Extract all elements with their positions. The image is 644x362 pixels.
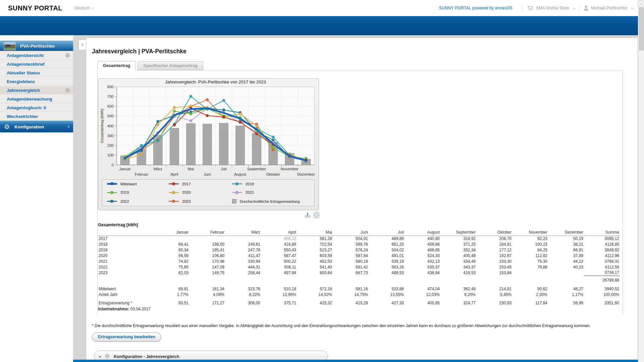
- sidebar-item-label: Energiebilanz: [7, 79, 35, 84]
- svg-text:Dezember: Dezember: [297, 172, 315, 176]
- bar-juli: [219, 123, 228, 165]
- column-header: Juni: [333, 229, 369, 236]
- column-header: März: [225, 229, 261, 236]
- table-cell: 432,13: [405, 258, 440, 264]
- tab-spezifischer-anlagenertrag[interactable]: Spezifischer Anlagenertrag: [138, 61, 203, 70]
- sidebar-item-anlagensteckbrief[interactable]: Anlagensteckbrief: [0, 60, 73, 68]
- gear-icon: ⚙: [4, 124, 10, 130]
- chevron-right-icon: [67, 125, 69, 128]
- table-title: Gesamtertrag [kWh]: [98, 223, 623, 227]
- sidebar-item-konfiguration[interactable]: ⚙ Konfiguration: [0, 121, 73, 132]
- plant-thumbnail: [4, 42, 16, 50]
- table-cell: 192,67: [476, 253, 512, 258]
- table-cell: 3734,17: [584, 270, 620, 276]
- powered-by-link[interactable]: SUNNY PORTAL powered by ennexOS: [439, 6, 513, 10]
- scroll-up-arrow[interactable]: ▲: [639, 1, 644, 6]
- table-cell: 504,02: [369, 247, 405, 253]
- table-cell: 170,98: [189, 258, 225, 264]
- table-cell: 195,41: [189, 247, 225, 253]
- legend-item-mittelwert: Mittelwert: [107, 182, 169, 186]
- column-header: April: [261, 229, 297, 236]
- table-cell: 411,47: [225, 253, 261, 258]
- svg-text:Gesamtertrag [kWh]: Gesamtertrag [kWh]: [100, 109, 104, 143]
- table-cell: 587,47: [261, 253, 297, 258]
- table-cell: 92,23: [512, 236, 548, 241]
- table-cell: 2017: [98, 236, 153, 241]
- export-chart-icon[interactable]: [304, 212, 311, 218]
- language-selector[interactable]: Deutsch: [74, 6, 94, 10]
- table-cell: 444,31: [225, 264, 261, 270]
- sidebar-item-anlagenübersicht[interactable]: Anlagenübersicht: [0, 51, 73, 60]
- sidebar-item-energiebilanz[interactable]: Energiebilanz: [0, 77, 73, 86]
- svg-text:600: 600: [107, 104, 114, 108]
- svg-text:November: November: [281, 167, 299, 171]
- main-panel: Jahresvergleich | PVA-Perlitschke Gesamt…: [86, 38, 638, 362]
- sidebar-item-wechselrichter[interactable]: Wechselrichter: [0, 112, 73, 121]
- legend-item-2019: 2019: [107, 190, 169, 194]
- table-cell: 400,48: [440, 253, 476, 258]
- table-cell: 581,42: [333, 264, 369, 270]
- scrollbar-thumb[interactable]: [639, 7, 644, 50]
- column-header: [98, 229, 153, 236]
- table-cell: 576,24: [333, 247, 369, 253]
- svg-text:September: September: [247, 167, 266, 171]
- column-header: Oktober: [476, 229, 512, 236]
- table-cell: 497,94: [261, 270, 297, 276]
- table-cell: 233,30: [476, 258, 512, 264]
- sidebar-item-label: Anlagenübersicht: [7, 53, 44, 58]
- table-cell: 8,22%: [225, 292, 261, 297]
- bar-juni: [203, 124, 212, 165]
- table-cell: [548, 276, 584, 283]
- sidebar-plant-header[interactable]: PVA-Perlitschke: [0, 41, 73, 51]
- globe-icon: [65, 88, 70, 93]
- table-cell: [261, 276, 297, 283]
- svg-text:700: 700: [107, 95, 114, 99]
- table-cell: [153, 236, 189, 241]
- table-cell: 12,03%: [405, 292, 440, 297]
- table-cell: 459,86: [405, 241, 440, 247]
- sidebar-item-aktueller-status[interactable]: Aktueller Status: [0, 68, 73, 77]
- sidebar-item-label: Anlagensteckbrief: [7, 62, 45, 67]
- sidebar-item-anlagenlogbuch-0[interactable]: Anlagenlogbuch: 0: [0, 103, 73, 112]
- table-cell: [297, 276, 333, 283]
- table-cell: 147,09: [189, 264, 225, 270]
- sidebar-item-jahresvergleich[interactable]: Jahresvergleich: [0, 86, 73, 95]
- table-cell: 2019: [98, 247, 153, 253]
- expand-triangle-icon: ▸: [99, 354, 101, 359]
- table-cell: 66,91: [548, 247, 584, 253]
- chart-plot: 0100200300400500600700800JanuarFebruarMä…: [98, 79, 319, 179]
- svg-text:400: 400: [107, 124, 114, 128]
- chart-legend: Mittelwert2017201820192020202120222023Du…: [102, 179, 315, 206]
- table-cell: 3940,52: [584, 286, 620, 292]
- table-cell: 427,33: [369, 300, 405, 306]
- table-cell: [225, 236, 261, 241]
- sma-online-store-link[interactable]: SMA Online Store: [527, 5, 575, 11]
- collapse-panel-left-button[interactable]: [78, 40, 87, 50]
- svg-text:August: August: [234, 172, 247, 176]
- table-cell: 3351,60: [584, 300, 620, 306]
- table-cell: 416,53: [440, 270, 476, 276]
- table-cell: 46,27: [548, 286, 584, 292]
- column-header: September: [440, 229, 476, 236]
- user-icon: [584, 5, 589, 11]
- table-cell: 100,23: [512, 241, 548, 247]
- fullscreen-chart-icon[interactable]: [314, 212, 319, 218]
- table-header-row: JanuarFebruarMärzAprilMaiJuniJuliAugustS…: [98, 229, 620, 236]
- table-cell: 550,43: [261, 247, 297, 253]
- table-cell: 56,59: [153, 253, 189, 258]
- edit-expected-yield-button[interactable]: Ertragserwartung bearbeiten: [92, 333, 161, 342]
- scrollbar[interactable]: ▲: [638, 0, 644, 362]
- chevron-down-icon: [573, 7, 576, 9]
- table-row-anteil-jahr: Anteil Jahr1,77%4,09%8,22%12,95%14,52%14…: [98, 292, 620, 297]
- legend-item-2022: 2022: [107, 199, 169, 203]
- column-header: August: [405, 229, 440, 236]
- table-cell: 330,94: [225, 258, 261, 264]
- table-cell: 318,92: [440, 236, 476, 241]
- table-cell: 539,19: [369, 258, 405, 264]
- user-menu[interactable]: Michael Perlitschke: [584, 5, 633, 11]
- table-cell: 419,29: [333, 300, 369, 306]
- column-header: Mai: [297, 229, 333, 236]
- sidebar-item-anlagenüberwachung[interactable]: Anlagenüberwachung: [0, 95, 73, 103]
- svg-text:Februar: Februar: [135, 172, 148, 176]
- tab-gesamtertrag[interactable]: Gesamtertrag: [97, 61, 136, 70]
